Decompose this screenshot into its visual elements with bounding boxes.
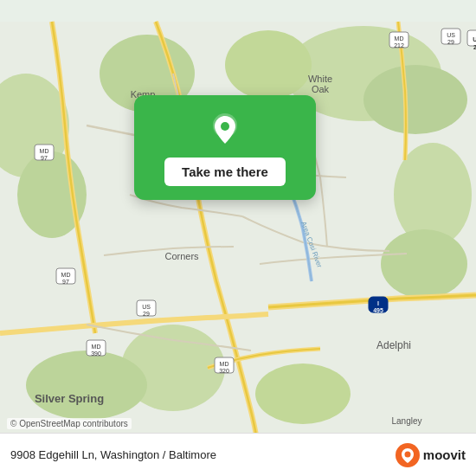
location-pin-icon — [206, 111, 244, 149]
svg-point-11 — [225, 30, 312, 100]
svg-text:Adelphi: Adelphi — [376, 339, 411, 351]
svg-text:MD: MD — [92, 344, 101, 350]
svg-text:390: 390 — [91, 351, 101, 357]
svg-text:Langley: Langley — [391, 416, 421, 426]
svg-text:29: 29 — [447, 39, 454, 45]
osm-attribution: © OpenStreetMap contributors — [7, 418, 132, 429]
svg-text:MD: MD — [40, 148, 49, 154]
map-background: US 29 MD 97 MD 97 MD 390 US 29 MD 320 I … — [0, 0, 476, 476]
svg-text:White: White — [308, 74, 332, 84]
svg-point-6 — [381, 229, 467, 299]
svg-point-2 — [363, 65, 467, 134]
svg-text:495: 495 — [373, 307, 383, 313]
svg-text:US: US — [473, 36, 476, 42]
svg-point-51 — [221, 122, 229, 131]
svg-text:Oak: Oak — [312, 84, 330, 94]
take-me-there-button[interactable]: Take me there — [164, 158, 286, 186]
svg-point-8 — [26, 351, 147, 420]
svg-point-9 — [255, 363, 351, 424]
moovit-logo-icon — [396, 443, 420, 467]
svg-text:320: 320 — [219, 368, 229, 374]
svg-text:Silver Spring: Silver Spring — [35, 392, 104, 405]
svg-text:97: 97 — [62, 279, 69, 285]
moovit-wordmark: moovit — [423, 447, 466, 462]
location-popup: Take me there — [134, 95, 316, 200]
svg-text:MD: MD — [395, 35, 404, 42]
svg-text:29: 29 — [143, 311, 150, 317]
svg-text:US: US — [142, 304, 151, 310]
svg-text:212: 212 — [394, 42, 404, 48]
map-container: US 29 MD 97 MD 97 MD 390 US 29 MD 320 I … — [0, 0, 476, 476]
svg-text:US: US — [447, 32, 455, 38]
moovit-logo: moovit — [396, 443, 466, 467]
svg-text:97: 97 — [41, 155, 48, 161]
bottom-bar: 9908 Edgehill Ln, Washington / Baltimore… — [0, 433, 476, 476]
svg-text:MD: MD — [61, 272, 71, 278]
svg-point-53 — [404, 451, 410, 457]
address-text: 9908 Edgehill Ln, Washington / Baltimore — [10, 448, 216, 461]
svg-text:I: I — [377, 300, 379, 306]
svg-text:MD: MD — [220, 361, 229, 367]
svg-text:Corners: Corners — [164, 251, 199, 261]
